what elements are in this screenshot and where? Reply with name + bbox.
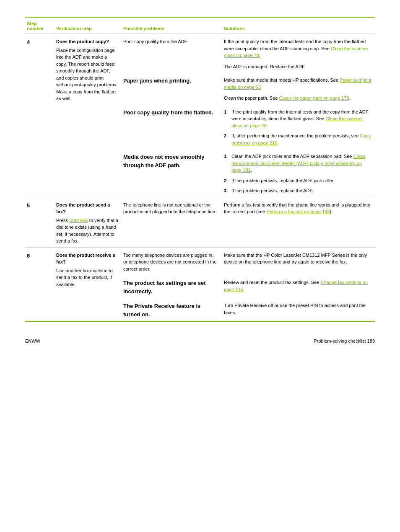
verification-bold: Does the product copy?: [56, 38, 118, 45]
problem-cell: The telephone line is not operational or…: [122, 197, 222, 247]
verification-bold: Does the product receive a fax?: [56, 252, 118, 266]
solution-link[interactable]: Copy problems on page 210: [231, 133, 371, 145]
solution-block: Make sure that the HP Color LaserJet CM1…: [224, 252, 371, 266]
verification-detail: Place the configuration page into the AD…: [56, 48, 117, 101]
step-number: 4: [25, 34, 55, 197]
solution-number: 2.: [224, 132, 230, 146]
numbered-solution-item: 2.If, after performing the maintenance, …: [224, 132, 371, 146]
solution-block: Perform a fax test to verify that the ph…: [224, 201, 371, 215]
numbered-solution-item: 1.Clean the ADF pick roller and the ADF …: [224, 153, 371, 174]
verification-bold: Does the product send a fax?: [56, 201, 118, 215]
solutions-cell: Make sure that media that meets HP speci…: [222, 72, 375, 104]
step-number: 5: [25, 197, 55, 247]
start-fax-link[interactable]: Start Fax: [69, 218, 88, 223]
solution-link[interactable]: Clean the automatic document feeder (ADF…: [231, 154, 365, 173]
col-header-step: Stepnumber: [25, 17, 55, 34]
solutions-cell: If the print quality from the internal t…: [222, 34, 375, 73]
solution-link[interactable]: Perform a fax test on page 143: [267, 209, 330, 214]
problem-cell: Paper jams when printing.: [122, 72, 222, 104]
solution-content: If the problem persists, replace the ADF…: [231, 187, 313, 194]
solution-block: Make sure that media that meets HP speci…: [224, 77, 371, 90]
problem-cell: The product fax settings are set incorre…: [122, 275, 222, 298]
solution-block: 1.If the print quality from the internal…: [224, 108, 371, 147]
problem-cell: Too many telephone devices are plugged i…: [122, 247, 222, 275]
numbered-solution-item: 1.If the print quality from the internal…: [224, 108, 371, 129]
verification-detail: Use another fax machine to send a fax to…: [56, 268, 113, 287]
solution-block: If the print quality from the internal t…: [224, 38, 371, 59]
footer-right: Problem-solving checklist 189: [314, 338, 375, 343]
solution-content: If, after performing the maintenance, th…: [231, 132, 371, 146]
verification-step: Does the product copy?Place the configur…: [55, 34, 122, 197]
numbered-solution-item: 3.If the problem persists, replace the A…: [224, 187, 371, 194]
verification-step: Does the product send a fax?Press Start …: [55, 197, 122, 247]
solution-number: 1.: [224, 108, 230, 129]
col-header-solutions: Solutions: [222, 17, 375, 34]
col-header-verification: Verification step: [55, 17, 122, 34]
solution-link[interactable]: Clean the paper path on page 179: [279, 96, 349, 101]
solution-number: 2.: [224, 177, 230, 184]
solution-link[interactable]: Change fax settings on page 115: [224, 280, 368, 292]
page-footer: ENWW Problem-solving checklist 189: [25, 338, 375, 343]
solution-link[interactable]: Clean the scanner glass on page 78: [224, 46, 368, 58]
solution-content: If the problem persists, replace the ADF…: [231, 177, 335, 184]
solution-link[interactable]: Paper and print media on page 53: [224, 77, 371, 90]
solution-number: 3.: [224, 187, 230, 194]
solution-block: 1.Clean the ADF pick roller and the ADF …: [224, 153, 371, 194]
problem-cell: Media does not move smoothly through the…: [122, 149, 222, 197]
page-container: Stepnumber Verification step Possible pr…: [25, 17, 375, 343]
verification-step: Does the product receive a fax?Use anoth…: [55, 247, 122, 321]
solution-block: Turn Private Receive off or use the pres…: [224, 302, 371, 316]
solutions-cell: Perform a fax test to verify that the ph…: [222, 197, 375, 247]
problem-cell: Poor copy quality from the ADF.: [122, 34, 222, 73]
step-number: 6: [25, 247, 55, 321]
footer-left: ENWW: [25, 338, 40, 343]
solution-block: Clean the paper path. See Clean the pape…: [224, 95, 371, 102]
solution-block: The ADF is damaged. Replace the ADF.: [224, 63, 371, 70]
solution-number: 1.: [224, 153, 230, 174]
solutions-cell: Review and reset the product fax setting…: [222, 275, 375, 298]
problem-cell: Poor copy quality from the flatbed.: [122, 104, 222, 149]
main-table: Stepnumber Verification step Possible pr…: [25, 17, 375, 322]
solutions-cell: Make sure that the HP Color LaserJet CM1…: [222, 247, 375, 275]
solution-block: Review and reset the product fax setting…: [224, 279, 371, 293]
solutions-cell: 1.Clean the ADF pick roller and the ADF …: [222, 149, 375, 197]
solutions-cell: 1.If the print quality from the internal…: [222, 104, 375, 149]
solution-content: If the print quality from the internal t…: [231, 108, 371, 129]
solution-content: Clean the ADF pick roller and the ADF se…: [231, 153, 371, 174]
problem-cell: The Private Receive feature is turned on…: [122, 298, 222, 321]
col-header-problems: Possible problems: [122, 17, 222, 34]
numbered-solution-item: 2.If the problem persists, replace the A…: [224, 177, 371, 184]
solutions-cell: Turn Private Receive off or use the pres…: [222, 298, 375, 321]
solution-link[interactable]: Clean the scanner glass on page 78: [231, 116, 363, 128]
